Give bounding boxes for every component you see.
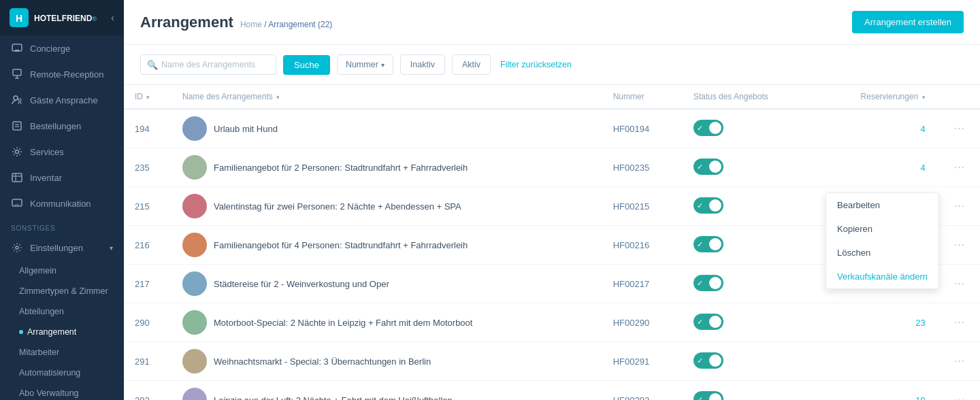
- sidebar-collapse-icon[interactable]: ‹: [111, 12, 114, 23]
- col-status: Status des Angebots: [683, 85, 816, 109]
- cell-status[interactable]: ✓: [683, 148, 816, 187]
- cell-actions: ···: [939, 265, 980, 303]
- concierge-icon: [11, 42, 23, 54]
- cell-id: 194: [124, 109, 172, 148]
- sidebar-sub-mitarbeiter[interactable]: Mitarbeiter: [0, 342, 124, 363]
- more-actions-button[interactable]: ···: [950, 237, 969, 252]
- context-menu-item-kopieren[interactable]: Kopieren: [826, 217, 938, 241]
- create-arrangement-button[interactable]: Arrangement erstellen: [852, 11, 964, 33]
- sort-icon: ▾: [146, 94, 150, 101]
- sidebar-item-remote-reception[interactable]: Remote-Reception: [0, 61, 124, 87]
- sidebar-sub-label: Allgemein: [19, 266, 56, 276]
- chevron-down-icon: ▾: [381, 61, 385, 69]
- sidebar-item-label: Bestellungen: [30, 121, 81, 131]
- cell-status[interactable]: ✓: [683, 342, 816, 381]
- more-actions-button[interactable]: ···: [950, 199, 969, 214]
- cell-status[interactable]: ✓: [683, 187, 816, 226]
- arrangement-thumbnail: [182, 233, 207, 257]
- aktiv-toggle-button[interactable]: Aktiv: [452, 54, 491, 75]
- sidebar-sub-abteilungen[interactable]: Abteilungen: [0, 301, 124, 322]
- check-icon: ✓: [697, 395, 703, 400]
- cell-nummer: HF00217: [602, 265, 683, 303]
- sidebar-item-kommunikation[interactable]: Kommunikation: [0, 190, 124, 216]
- more-actions-button[interactable]: ···: [950, 393, 969, 400]
- more-actions-button[interactable]: ···: [950, 315, 969, 330]
- col-id[interactable]: ID ▾: [124, 85, 172, 109]
- more-actions-button[interactable]: ···: [950, 354, 969, 369]
- status-toggle[interactable]: ✓: [693, 391, 723, 401]
- arrangement-thumbnail: [182, 388, 207, 400]
- cell-nummer: HF00290: [602, 303, 683, 342]
- sidebar-item-bestellungen[interactable]: Bestellungen: [0, 113, 124, 139]
- status-toggle[interactable]: ✓: [693, 314, 723, 330]
- nummer-filter-button[interactable]: Nummer ▾: [337, 54, 393, 75]
- col-name[interactable]: Name des Arrangements ▾: [172, 85, 602, 109]
- status-toggle[interactable]: ✓: [693, 275, 723, 291]
- cell-status[interactable]: ✓: [683, 226, 816, 265]
- arrangement-name: Familienangebot für 4 Personen: Stadtrun…: [214, 240, 468, 250]
- search-input[interactable]: [140, 54, 276, 75]
- status-toggle[interactable]: ✓: [693, 352, 723, 369]
- kommunikation-icon: [11, 197, 23, 210]
- more-actions-button[interactable]: ···: [950, 121, 969, 136]
- logo-icon: H: [10, 8, 29, 27]
- breadcrumb-current: Arrangement (22): [268, 20, 332, 29]
- sidebar-sub-allgemein[interactable]: Allgemein: [0, 261, 124, 281]
- sidebar-item-services[interactable]: Services: [0, 139, 124, 165]
- context-menu-item-bearbeiten[interactable]: Bearbeiten: [826, 193, 938, 217]
- arrangement-thumbnail: [182, 155, 207, 180]
- sidebar-item-concierge[interactable]: Concierge: [0, 35, 124, 61]
- cell-status[interactable]: ✓: [683, 109, 816, 148]
- gaeste-icon: [11, 94, 23, 106]
- cell-reservierungen: 4: [816, 109, 939, 148]
- filter-reset-button[interactable]: Filter zurücksetzen: [500, 60, 572, 69]
- remote-reception-icon: [11, 68, 23, 80]
- cell-name: Familienangebot für 2 Personen: Stadtrun…: [172, 148, 602, 187]
- col-reservierungen[interactable]: Reservierungen ▾: [816, 85, 939, 109]
- cell-nummer: HF00235: [602, 148, 683, 187]
- sidebar-sub-abo-verwaltung[interactable]: Abo Verwaltung: [0, 383, 124, 400]
- svg-point-8: [18, 99, 21, 101]
- search-input-wrap: 🔍: [140, 54, 276, 75]
- sidebar-settings-label: Einstellungen: [30, 243, 83, 253]
- cell-name: Städtereise für 2 - Weinverkostung und O…: [172, 265, 602, 303]
- breadcrumb-home[interactable]: Home: [240, 20, 262, 29]
- search-button[interactable]: Suche: [283, 55, 330, 75]
- cell-nummer: HF00194: [602, 109, 683, 148]
- sidebar-sub-automatisierung[interactable]: Automatisierung: [0, 363, 124, 383]
- sidebar-sub-arrangement[interactable]: Arrangement: [0, 322, 124, 342]
- context-menu-item-loeschen[interactable]: Löschen: [826, 241, 938, 265]
- more-actions-button[interactable]: ···: [950, 276, 969, 291]
- sidebar-sub-label: Automatisierung: [19, 368, 80, 378]
- cell-status[interactable]: ✓: [683, 381, 816, 401]
- more-actions-button[interactable]: ···: [950, 160, 969, 175]
- toggle-knob: [709, 277, 721, 289]
- status-toggle[interactable]: ✓: [693, 120, 723, 136]
- table-row: 290Motorboot-Special: 2 Nächte in Leipzi…: [124, 303, 980, 342]
- arrangement-name: Leipzig aus der Luft: 2 Nächte + Fahrt m…: [214, 395, 453, 401]
- svg-rect-13: [12, 173, 22, 182]
- status-toggle[interactable]: ✓: [693, 236, 723, 252]
- sonstiges-label: SONSTIGES: [0, 216, 124, 235]
- sidebar-item-einstellungen[interactable]: Einstellungen ▾: [0, 235, 124, 261]
- status-toggle[interactable]: ✓: [693, 159, 723, 175]
- cell-status[interactable]: ✓: [683, 265, 816, 303]
- cell-id: 215: [124, 187, 172, 226]
- check-icon: ✓: [697, 356, 703, 365]
- cell-reservierungen: 23: [816, 303, 939, 342]
- sort-icon: ▾: [276, 94, 280, 101]
- status-toggle[interactable]: ✓: [693, 197, 723, 214]
- einstellungen-icon: [11, 241, 23, 254]
- sidebar-item-inventar[interactable]: Inventar: [0, 165, 124, 190]
- sidebar-sub-zimmertypen[interactable]: Zimmertypen & Zimmer: [0, 281, 124, 301]
- cell-status[interactable]: ✓: [683, 303, 816, 342]
- svg-rect-3: [15, 50, 19, 52]
- sidebar-item-gaeste-ansprache[interactable]: Gäste Ansprache: [0, 87, 124, 113]
- context-menu-item-verkaufskanaele[interactable]: Verkaufskanäle ändern: [826, 265, 938, 288]
- inaktiv-toggle-button[interactable]: Inaktiv: [400, 54, 445, 75]
- table-row: 291Weihnachtsmarkt - Special: 3 Übernach…: [124, 342, 980, 381]
- page-title-area: Arrangement Home / Arrangement (22): [140, 14, 332, 31]
- cell-nummer: HF00215: [602, 187, 683, 226]
- logo-text: HOTELFRIEND®: [34, 13, 97, 23]
- toggle-knob: [709, 122, 721, 134]
